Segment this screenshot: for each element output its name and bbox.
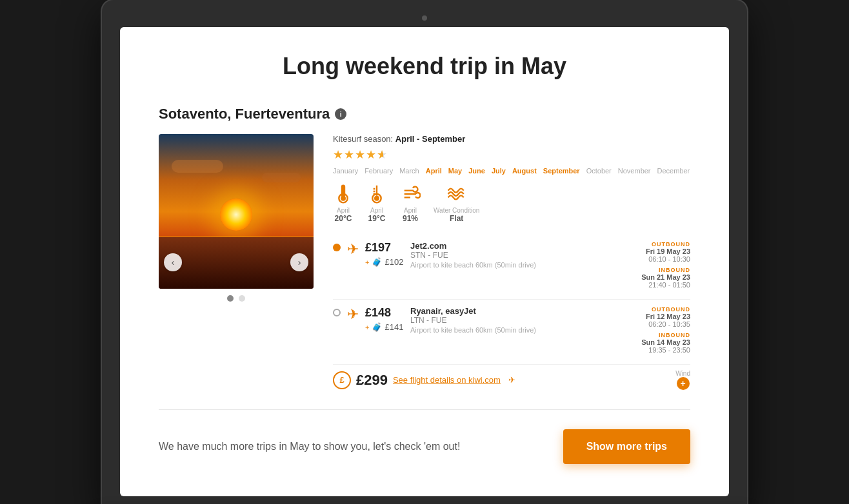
carousel-next-button[interactable]: › — [290, 253, 308, 271]
outbound-time-1: 06:10 - 10:30 — [641, 255, 690, 263]
inbound-label-1: INBOUND — [641, 267, 690, 273]
wind-percent-label: April — [400, 207, 421, 214]
season-value: April - September — [395, 134, 465, 144]
inbound-label-2: INBOUND — [641, 332, 690, 338]
flight-details-1: Jet2.com STN - FUE Airport to kite beach… — [410, 241, 635, 269]
flight-radio-1[interactable] — [333, 244, 341, 251]
carousel-image — [159, 134, 314, 289]
plane-icon-1: ✈ — [347, 241, 359, 258]
month-september[interactable]: September — [543, 167, 580, 175]
price-add-2: + 🧳 £141 — [365, 322, 404, 332]
flight-times-1: OUTBOUND Fri 19 May 23 06:10 - 10:30 INB… — [641, 241, 690, 293]
month-october: October — [586, 167, 612, 175]
weather-wind: April 91% — [400, 184, 421, 223]
carousel-dot-2[interactable] — [239, 295, 245, 302]
route-2: LTN - FUE — [410, 316, 635, 325]
show-more-trips-button[interactable]: Show more trips — [563, 429, 690, 464]
thermometer-icon — [333, 184, 354, 204]
flight-option-1[interactable]: ✈ £197 + 🧳 £102 Jet2.com — [333, 235, 690, 300]
month-january: January — [333, 167, 358, 175]
destination-info: Kitesurf season: April - September ★ ★ ★… — [333, 134, 690, 390]
outbound-time-2: 06:20 - 10:35 — [641, 320, 690, 328]
plane-icon-2: ✈ — [347, 306, 359, 323]
weather-icons-row: April 20°C — [333, 184, 690, 223]
month-march: March — [399, 167, 419, 175]
water-cond-label: Water Condition — [434, 207, 479, 214]
camera — [422, 15, 427, 21]
month-july[interactable]: July — [492, 167, 506, 175]
wind-icon — [400, 184, 421, 204]
water-temp-label: April — [366, 207, 387, 214]
wind-label: Wind — [675, 370, 690, 377]
month-february: February — [365, 167, 393, 175]
airline-name-2: Ryanair, easyJet — [410, 306, 635, 316]
outbound-label-1: OUTBOUND — [641, 241, 690, 247]
carousel-dots — [159, 295, 314, 302]
water-thermometer-icon — [366, 184, 387, 204]
total-price-row: £ £299 See flight details on kiwi.com ✈ … — [333, 365, 690, 390]
weather-air-temp: April 20°C — [333, 184, 354, 223]
month-june[interactable]: June — [468, 167, 485, 175]
destination-name: Sotavento, Fuerteventura i — [159, 106, 690, 122]
weather-water-condition: Water Condition Flat — [434, 184, 479, 223]
wind-percent-value: 91% — [400, 214, 421, 223]
cta-text: We have much more trips in May to show y… — [159, 441, 460, 452]
outbound-label-2: OUTBOUND — [641, 306, 690, 313]
flight-price-1: £197 + 🧳 £102 — [365, 241, 404, 267]
page-title: Long weekend trip in May — [159, 53, 690, 80]
gbp-icon: £ — [333, 371, 351, 389]
month-august[interactable]: August — [512, 167, 537, 175]
flight-price-2: £148 + 🧳 £141 — [365, 306, 404, 332]
month-april[interactable]: April — [426, 167, 442, 175]
price-main-1: £197 — [365, 241, 404, 255]
airline-name-1: Jet2.com — [410, 241, 635, 251]
kiwi-plane-icon: ✈ — [508, 375, 515, 385]
inbound-time-2: 19:35 - 23:50 — [641, 346, 690, 354]
inbound-time-1: 21:40 - 01:50 — [641, 281, 690, 289]
carousel-dot-1[interactable] — [227, 295, 234, 302]
total-price: £ £299 See flight details on kiwi.com ✈ — [333, 371, 515, 389]
water-cond-value: Flat — [434, 214, 479, 223]
weather-water-temp: April 19°C — [366, 184, 387, 223]
air-temp-value: 20°C — [333, 214, 354, 223]
total-amount: £299 — [356, 372, 388, 389]
info-icon[interactable]: i — [335, 108, 346, 120]
month-may[interactable]: May — [448, 167, 462, 175]
month-november: November — [618, 167, 651, 175]
route-1: STN - FUE — [410, 251, 635, 260]
water-temp-value: 19°C — [366, 214, 387, 223]
month-december: December — [657, 167, 690, 175]
flight-details-2: Ryanair, easyJet LTN - FUE Airport to ki… — [410, 306, 635, 334]
flight-option-2[interactable]: ✈ £148 + 🧳 £141 Ryanair, easyJet — [333, 300, 690, 365]
star-rating: ★ ★ ★ ★ ★ ★ — [333, 148, 690, 162]
waves-icon — [446, 184, 467, 204]
svg-point-3 — [374, 196, 379, 201]
wind-badge: Wind + — [675, 370, 690, 390]
inbound-date-2: Sun 14 May 23 — [641, 338, 690, 346]
outbound-date-2: Fri 12 May 23 — [641, 313, 690, 320]
flight-radio-2[interactable] — [333, 309, 341, 316]
carousel-prev-button[interactable]: ‹ — [164, 253, 182, 271]
kiwi-link[interactable]: See flight details on kiwi.com — [393, 375, 501, 385]
flight-times-2: OUTBOUND Fri 12 May 23 06:20 - 10:35 INB… — [641, 306, 690, 358]
price-add-1: + 🧳 £102 — [365, 257, 404, 267]
wind-plus-button[interactable]: + — [677, 377, 690, 390]
bottom-cta: We have much more trips in May to show y… — [159, 429, 690, 464]
price-main-2: £148 — [365, 306, 404, 320]
destination-carousel: ‹ › — [159, 134, 314, 390]
inbound-date-1: Sun 21 May 23 — [641, 273, 690, 281]
outbound-date-1: Fri 19 May 23 — [641, 247, 690, 255]
airport-info-1: Airport to kite beach 60km (50min drive) — [410, 261, 635, 269]
airport-info-2: Airport to kite beach 60km (50min drive) — [410, 326, 635, 334]
section-divider — [159, 409, 690, 410]
air-temp-label: April — [333, 207, 354, 214]
kitesurf-season: Kitesurf season: April - September — [333, 134, 690, 144]
months-row: January February March April May June Ju… — [333, 167, 690, 175]
